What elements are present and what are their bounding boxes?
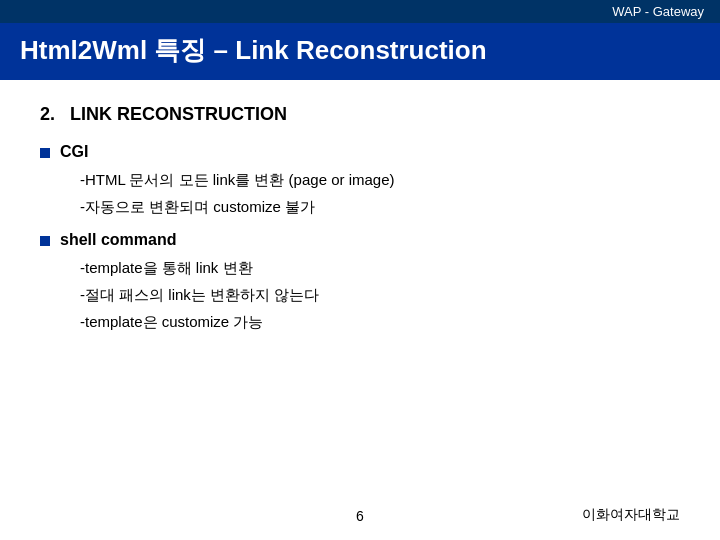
bullet-group-cgi: CGI -HTML 문서의 모든 link를 변환 (page or image…	[40, 143, 680, 217]
title-bar: Html2Wml 특징 – Link Reconstruction	[0, 23, 720, 80]
sub-item-shell-2: -template은 customize 가능	[80, 313, 680, 332]
section-title: 2. LINK RECONSTRUCTION	[40, 104, 680, 125]
bullet-label-shell: shell command	[60, 231, 176, 249]
content-area: 2. LINK RECONSTRUCTION CGI -HTML 문서의 모든 …	[0, 80, 720, 366]
bullet-item-cgi: CGI	[40, 143, 680, 161]
sub-item-cgi-0: -HTML 문서의 모든 link를 변환 (page or image)	[80, 171, 680, 190]
footer-center: 6	[356, 508, 364, 524]
bullet-item-shell: shell command	[40, 231, 680, 249]
sub-item-shell-0: -template을 통해 link 변환	[80, 259, 680, 278]
sub-items-cgi: -HTML 문서의 모든 link를 변환 (page or image) -자…	[80, 171, 680, 217]
bullet-square-shell	[40, 236, 50, 246]
sub-item-cgi-1: -자동으로 변환되며 customize 불가	[80, 198, 680, 217]
bullet-label-cgi: CGI	[60, 143, 88, 161]
footer-org: 이화여자대학교	[582, 506, 680, 524]
bullet-square-cgi	[40, 148, 50, 158]
sub-items-shell: -template을 통해 link 변환 -절대 패스의 link는 변환하지…	[80, 259, 680, 332]
title-text: Html2Wml 특징 – Link Reconstruction	[20, 35, 487, 65]
top-bar: WAP - Gateway	[0, 0, 720, 23]
top-bar-text: WAP - Gateway	[612, 4, 704, 19]
page-number: 6	[356, 508, 364, 524]
bullet-group-shell: shell command -template을 통해 link 변환 -절대 …	[40, 231, 680, 332]
sub-item-shell-1: -절대 패스의 link는 변환하지 않는다	[80, 286, 680, 305]
